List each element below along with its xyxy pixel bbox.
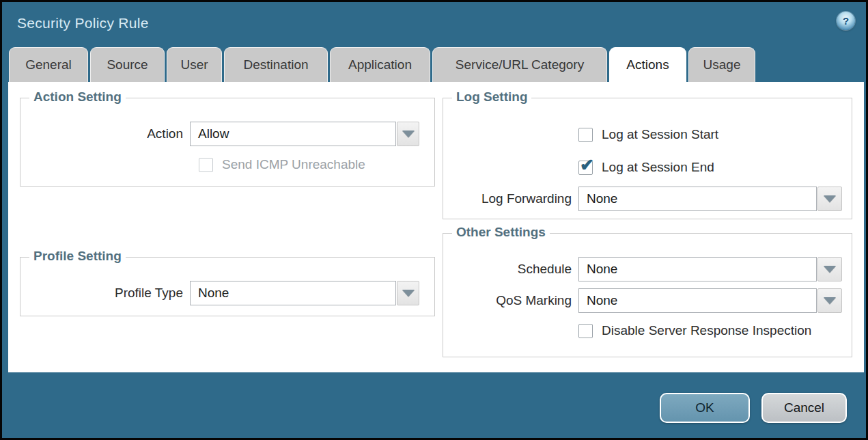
profile-type-dropdown-value[interactable]: None	[190, 281, 396, 305]
tab-usage[interactable]: Usage	[688, 47, 755, 82]
qos-marking-row: QoS Marking None	[450, 288, 842, 313]
chevron-down-icon	[824, 297, 836, 304]
log-setting-group: Log Setting Log at Session Start Log at …	[443, 98, 852, 219]
schedule-row: Schedule None	[450, 257, 842, 281]
log-forwarding-label: Log Forwarding	[450, 191, 572, 206]
log-session-end-row: Log at Session End	[578, 160, 714, 175]
log-forwarding-row: Log Forwarding None	[450, 187, 842, 211]
tab-label: User	[180, 57, 208, 72]
action-dropdown-button[interactable]	[397, 122, 419, 146]
action-setting-legend: Action Setting	[29, 90, 126, 105]
tab-actions[interactable]: Actions	[609, 47, 686, 82]
log-session-start-row: Log at Session Start	[578, 127, 718, 142]
log-at-session-start-label: Log at Session Start	[602, 127, 718, 142]
tab-source[interactable]: Source	[90, 47, 165, 82]
disable-server-response-inspection-checkbox[interactable]	[578, 324, 593, 338]
security-policy-rule-dialog: Security Policy Rule ? General Source Us…	[0, 0, 868, 440]
action-dropdown-value[interactable]: Allow	[190, 122, 396, 146]
tab-label: Destination	[243, 57, 308, 72]
tab-user[interactable]: User	[167, 47, 222, 82]
dialog-title: Security Policy Rule	[17, 15, 149, 31]
profile-type-dropdown-button[interactable]	[397, 281, 419, 305]
chevron-down-icon	[402, 290, 415, 297]
log-forwarding-dropdown: None	[578, 187, 842, 211]
tab-label: Source	[107, 57, 148, 72]
actions-tab-panel: Action Setting Action Allow Send ICMP Un…	[8, 82, 864, 372]
tab-label: Application	[348, 57, 412, 72]
action-label: Action	[27, 126, 183, 141]
chevron-down-icon	[824, 195, 836, 202]
tab-label: General	[25, 57, 72, 72]
tab-bar: General Source User Destination Applicat…	[9, 47, 755, 82]
tab-destination[interactable]: Destination	[224, 47, 328, 82]
chevron-down-icon	[402, 130, 415, 137]
schedule-dropdown: None	[578, 257, 842, 281]
log-forwarding-dropdown-button[interactable]	[817, 187, 842, 211]
profile-type-label: Profile Type	[27, 286, 183, 301]
tab-label: Actions	[626, 57, 669, 72]
help-icon[interactable]: ?	[837, 12, 855, 30]
disable-sri-row: Disable Server Response Inspection	[578, 323, 811, 338]
chevron-down-icon	[824, 266, 836, 273]
tab-label: Usage	[703, 57, 741, 72]
qos-marking-dropdown: None	[578, 288, 842, 313]
log-forwarding-dropdown-value[interactable]: None	[578, 187, 817, 211]
log-at-session-end-label: Log at Session End	[602, 160, 714, 175]
action-setting-group: Action Setting Action Allow Send ICMP Un…	[20, 98, 435, 187]
other-settings-group: Other Settings Schedule None QoS Marking…	[443, 233, 852, 357]
qos-marking-dropdown-value[interactable]: None	[578, 288, 817, 313]
schedule-dropdown-button[interactable]	[817, 257, 842, 281]
send-icmp-row: Send ICMP Unreachable	[199, 157, 365, 172]
action-dropdown: Allow	[190, 122, 419, 146]
profile-setting-group: Profile Setting Profile Type None	[20, 257, 435, 316]
send-icmp-checkbox[interactable]	[199, 158, 213, 172]
ok-button[interactable]: OK	[660, 393, 750, 423]
profile-type-dropdown: None	[190, 281, 419, 305]
tab-service-url-category[interactable]: Service/URL Category	[432, 47, 607, 82]
schedule-dropdown-value[interactable]: None	[578, 257, 817, 281]
other-settings-legend: Other Settings	[452, 225, 550, 240]
log-setting-legend: Log Setting	[452, 90, 531, 105]
help-icon-glyph: ?	[843, 15, 849, 27]
log-at-session-start-checkbox[interactable]	[578, 128, 593, 142]
tab-application[interactable]: Application	[330, 47, 430, 82]
tab-general[interactable]: General	[9, 47, 88, 82]
tab-label: Service/URL Category	[456, 57, 584, 72]
log-at-session-end-checkbox[interactable]	[578, 161, 593, 175]
cancel-button[interactable]: Cancel	[761, 393, 847, 423]
send-icmp-label: Send ICMP Unreachable	[222, 157, 365, 172]
qos-marking-label: QoS Marking	[450, 293, 572, 308]
profile-setting-legend: Profile Setting	[29, 249, 126, 264]
schedule-label: Schedule	[450, 262, 572, 277]
qos-marking-dropdown-button[interactable]	[817, 288, 842, 313]
profile-type-row: Profile Type None	[27, 281, 419, 305]
action-row: Action Allow	[27, 122, 419, 146]
dialog-footer: OK Cancel	[660, 393, 847, 423]
disable-server-response-inspection-label: Disable Server Response Inspection	[602, 323, 811, 338]
